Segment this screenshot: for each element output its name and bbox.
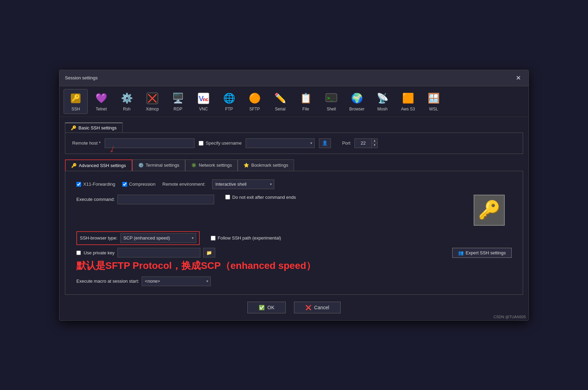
key-image: 🔑	[474, 195, 505, 226]
protocol-vnc[interactable]: V nc VNC	[191, 89, 216, 114]
watermark: CSDN @TUAN926	[493, 315, 526, 319]
protocol-ssh[interactable]: 🔑 SSH	[64, 89, 88, 114]
file-icon: 📋	[299, 91, 313, 105]
protocol-rdp-label: RDP	[173, 107, 182, 111]
tab-basic-ssh[interactable]: 🔑 Basic SSH settings	[65, 123, 123, 133]
awss3-icon: 🟧	[401, 91, 415, 105]
expert-ssh-settings-button[interactable]: 👥 Expert SSH settings	[452, 248, 512, 258]
protocol-vnc-label: VNC	[199, 107, 208, 111]
protocol-browser-label: Browser	[349, 107, 364, 111]
macro-select[interactable]: <none>	[142, 276, 211, 286]
browse-key-button[interactable]: 📁	[203, 248, 215, 257]
vnc-icon: V nc	[197, 91, 210, 105]
x11-forwarding-checkbox[interactable]	[76, 182, 81, 187]
ssh-browser-select-wrapper: SCP (enhanced speed) SFTP Protocol SCP	[120, 233, 196, 243]
annotation-text: 默认是SFTP Protocol，换成SCP（enhanced speed）	[76, 259, 512, 272]
telnet-icon: 💜	[94, 91, 108, 105]
dialog-title: Session settings	[65, 75, 98, 80]
x11-forwarding-row: X11-Forwarding	[76, 182, 115, 187]
expert-btn-label: Expert SSH settings	[466, 250, 506, 255]
private-key-input[interactable]	[117, 248, 200, 257]
advanced-section: ↓ 🔑 Advanced SSH settings ⚙️ Terminal se…	[65, 159, 523, 295]
port-input[interactable]	[354, 138, 372, 148]
ok-icon: ✅	[259, 305, 265, 310]
use-private-key-checkbox[interactable]	[76, 251, 81, 255]
expert-btn-icon: 👥	[458, 250, 464, 255]
follow-ssh-path-label: Follow SSH path (experimental)	[218, 235, 281, 241]
protocol-rsh[interactable]: ⚙️ Rsh	[115, 89, 139, 114]
use-private-key-label: Use private key	[84, 250, 115, 255]
cancel-label: Cancel	[314, 305, 329, 310]
do-not-exit-row: Do not exit after command ends	[225, 195, 296, 200]
protocol-rsh-label: Rsh	[123, 107, 130, 111]
user-manage-button[interactable]: 👤	[319, 138, 331, 148]
remote-env-label: Remote environment:	[162, 182, 205, 187]
follow-ssh-path-checkbox[interactable]	[211, 236, 216, 241]
remote-env-select[interactable]: Interactive shell xterm bash Custom comm…	[212, 179, 274, 189]
checkboxes-right: Do not exit after command ends	[225, 195, 296, 200]
adv-tab-label: Advanced SSH settings	[79, 163, 126, 168]
specify-username-label: Specify username	[206, 140, 241, 146]
protocol-sftp-label: SFTP	[249, 107, 260, 111]
close-button[interactable]: ✕	[514, 74, 523, 82]
browser-icon: 🌍	[350, 91, 364, 105]
network-tab-icon: ✳️	[191, 163, 197, 168]
basic-tab-label: Basic SSH settings	[78, 125, 117, 130]
port-spinbox-arrows: ▲ ▼	[372, 138, 378, 148]
specify-username-checkbox[interactable]	[199, 141, 203, 146]
protocol-sftp[interactable]: 🟠 SFTP	[243, 89, 267, 114]
protocol-shell[interactable]: >_ Shell	[319, 89, 343, 114]
protocol-file[interactable]: 📋 File	[294, 89, 318, 114]
port-spinbox[interactable]: ▲ ▼	[354, 138, 378, 148]
advanced-row-4: Use private key 📁 👥 Expert SSH settings	[76, 248, 512, 258]
execute-command-input[interactable]	[117, 195, 214, 204]
wsl-icon: 🪟	[427, 91, 440, 105]
advanced-row-2: Execute command: Do not exit after comma…	[76, 195, 512, 226]
protocol-wsl[interactable]: 🪟 WSL	[421, 89, 446, 114]
protocol-ftp-label: FTP	[225, 107, 233, 111]
protocol-rdp[interactable]: 🖥️ RDP	[166, 89, 190, 114]
protocol-file-label: File	[302, 107, 309, 111]
port-increment[interactable]: ▲	[372, 139, 377, 143]
protocol-ftp[interactable]: 🌐 FTP	[217, 89, 241, 114]
rdp-icon: 🖥️	[171, 91, 185, 105]
tab-terminal-settings[interactable]: ⚙️ Terminal settings	[132, 159, 186, 171]
execute-macro-label: Execute macro at session start:	[76, 279, 139, 284]
protocol-telnet[interactable]: 💜 Telnet	[89, 89, 113, 114]
remote-host-label: Remote host *	[72, 140, 101, 146]
remote-host-input[interactable]	[105, 138, 195, 148]
ok-label: OK	[267, 305, 274, 310]
follow-ssh-path-row: Follow SSH path (experimental)	[211, 235, 281, 241]
ok-button[interactable]: ✅ OK	[247, 302, 286, 313]
ssh-browser-type-group: SSH-browser type: SCP (enhanced speed) S…	[76, 231, 200, 245]
protocol-mosh[interactable]: 📡 Mosh	[370, 89, 395, 114]
protocol-wsl-label: WSL	[429, 107, 438, 111]
advanced-tab-group: 🔑 Advanced SSH settings ⚙️ Terminal sett…	[65, 159, 523, 171]
serial-icon: ✏️	[273, 91, 287, 105]
compression-row: Compression	[122, 182, 156, 187]
rsh-icon: ⚙️	[120, 91, 134, 105]
protocol-ssh-label: SSH	[72, 107, 80, 111]
sftp-icon: 🟠	[248, 91, 262, 105]
svg-text:🔑: 🔑	[72, 94, 80, 102]
content-area: 🔑 Basic SSH settings Remote host * Speci…	[59, 117, 529, 295]
tab-network-settings[interactable]: ✳️ Network settings	[185, 159, 238, 171]
cancel-button[interactable]: ❌ Cancel	[294, 302, 341, 313]
advanced-row-3: SSH-browser type: SCP (enhanced speed) S…	[76, 231, 512, 245]
svg-text:nc: nc	[203, 97, 209, 102]
protocol-xdmcp[interactable]: Xdmcp	[140, 89, 164, 114]
port-decrement[interactable]: ▼	[372, 143, 377, 148]
tab-bookmark-settings[interactable]: ⭐ Bookmark settings	[238, 159, 294, 171]
compression-checkbox[interactable]	[122, 182, 127, 187]
username-dropdown[interactable]	[246, 138, 315, 148]
tab-advanced-ssh[interactable]: 🔑 Advanced SSH settings	[65, 159, 132, 171]
port-label: Port	[342, 140, 350, 146]
protocol-browser[interactable]: 🌍 Browser	[345, 89, 369, 114]
advanced-row-1: X11-Forwarding Compression Remote enviro…	[76, 179, 512, 189]
protocol-serial[interactable]: ✏️ Serial	[268, 89, 292, 114]
macro-select-wrapper: <none>	[142, 276, 211, 286]
protocol-awss3[interactable]: 🟧 Aws S3	[396, 89, 420, 114]
ssh-browser-type-select[interactable]: SCP (enhanced speed) SFTP Protocol SCP	[120, 233, 196, 243]
basic-tab-group: 🔑 Basic SSH settings	[65, 123, 523, 133]
do-not-exit-checkbox[interactable]	[225, 195, 230, 199]
